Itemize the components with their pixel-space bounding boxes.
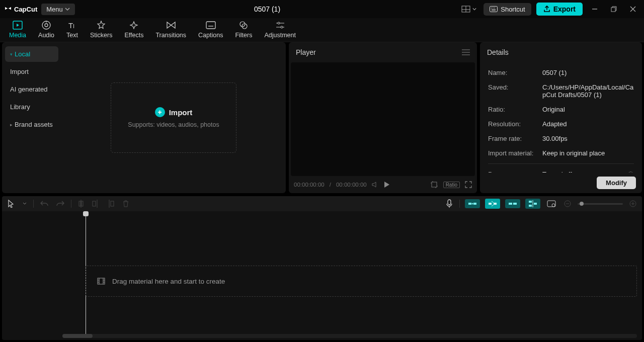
maximize-button[interactable] bbox=[607, 2, 621, 16]
svg-point-38 bbox=[472, 203, 473, 205]
svg-rect-42 bbox=[513, 203, 517, 205]
track-toggle-3[interactable] bbox=[505, 199, 520, 208]
sidebar-item-brand-assets[interactable]: ▸Brand assets bbox=[5, 117, 58, 132]
close-button[interactable] bbox=[626, 2, 640, 16]
close-icon bbox=[630, 6, 636, 12]
tab-text[interactable]: TI Text bbox=[60, 18, 84, 42]
svg-rect-43 bbox=[529, 201, 532, 203]
ratio-button[interactable]: Ratio bbox=[443, 182, 460, 188]
stickers-icon bbox=[96, 20, 106, 30]
svg-rect-7 bbox=[492, 10, 496, 11]
tab-media[interactable]: Media bbox=[3, 18, 32, 42]
timeline[interactable]: Drag material here and start to create bbox=[2, 211, 642, 340]
play-button[interactable] bbox=[384, 181, 390, 188]
sidebar-item-library[interactable]: Library bbox=[5, 99, 58, 115]
keyboard-icon bbox=[490, 6, 498, 12]
preview-toggle[interactable] bbox=[545, 199, 557, 209]
svg-rect-54 bbox=[98, 278, 105, 284]
scrollbar-thumb[interactable] bbox=[62, 334, 93, 338]
import-dropzone[interactable]: + Import Supports: videos, audios, photo… bbox=[111, 82, 236, 153]
track-toggle-4[interactable] bbox=[525, 199, 540, 209]
capcut-logo-icon bbox=[4, 5, 12, 13]
zoom-thumb[interactable] bbox=[580, 202, 584, 206]
tab-stickers[interactable]: Stickers bbox=[84, 18, 118, 42]
delete-right-button[interactable] bbox=[106, 198, 116, 209]
zoom-in-button[interactable] bbox=[628, 199, 638, 209]
timeline-drop-track[interactable]: Drag material here and start to create bbox=[86, 266, 637, 297]
sidebar-item-local[interactable]: ▾Local bbox=[5, 46, 58, 62]
layout-button[interactable] bbox=[459, 4, 478, 15]
media-sidebar: ▾Local Import AI generated Library ▸Bran… bbox=[2, 42, 61, 193]
details-panel: Details Name:0507 (1) Saved:C:/Users/HP/… bbox=[480, 42, 642, 193]
time-total: 00:00:00:00 bbox=[336, 182, 367, 188]
filters-icon bbox=[238, 20, 249, 30]
record-button[interactable] bbox=[444, 198, 454, 210]
svg-point-18 bbox=[240, 22, 245, 27]
app-name: CapCut bbox=[14, 6, 37, 13]
svg-point-12 bbox=[45, 24, 48, 27]
tab-transitions[interactable]: Transitions bbox=[149, 18, 192, 42]
chevron-down-icon bbox=[472, 7, 476, 11]
svg-point-23 bbox=[281, 26, 283, 28]
volume-button[interactable] bbox=[372, 182, 379, 188]
tab-effects[interactable]: Effects bbox=[118, 18, 149, 42]
player-viewport[interactable] bbox=[291, 62, 475, 176]
delete-left-button[interactable] bbox=[91, 198, 101, 209]
minimize-button[interactable] bbox=[588, 2, 602, 16]
svg-rect-31 bbox=[93, 201, 96, 206]
drop-hint-text: Drag material here and start to create bbox=[112, 278, 225, 285]
media-icon bbox=[13, 20, 23, 30]
timeline-scrollbar[interactable] bbox=[62, 334, 637, 338]
media-content: + Import Supports: videos, audios, photo… bbox=[61, 42, 286, 193]
crop-button[interactable] bbox=[430, 181, 438, 189]
export-button[interactable]: Export bbox=[536, 3, 583, 16]
maximize-icon bbox=[611, 6, 617, 12]
zoom-out-button[interactable] bbox=[562, 199, 573, 209]
player-menu-button[interactable] bbox=[462, 49, 470, 55]
svg-rect-37 bbox=[473, 203, 476, 205]
detail-row-ratio: Ratio:Original bbox=[488, 102, 634, 117]
timeline-toolbar bbox=[2, 196, 642, 211]
tab-audio[interactable]: Audio bbox=[32, 18, 60, 42]
detail-row-proxy: Proxy: Turned off ⓘ bbox=[488, 167, 634, 173]
svg-rect-41 bbox=[509, 203, 512, 205]
svg-rect-27 bbox=[432, 182, 437, 187]
fullscreen-button[interactable] bbox=[465, 181, 472, 188]
split-button[interactable] bbox=[76, 198, 86, 209]
minimize-icon bbox=[592, 6, 598, 12]
player-panel: Player 00:00:00:00 / 00:00:00:00 Ratio bbox=[289, 42, 477, 193]
svg-point-48 bbox=[552, 204, 555, 207]
track-toggle-1[interactable] bbox=[465, 199, 480, 208]
effects-icon bbox=[129, 20, 139, 30]
sidebar-item-import[interactable]: Import bbox=[5, 64, 58, 79]
svg-point-19 bbox=[242, 24, 247, 29]
undo-button[interactable] bbox=[39, 199, 50, 209]
redo-button[interactable] bbox=[55, 199, 66, 209]
audio-icon bbox=[41, 20, 51, 30]
svg-rect-36 bbox=[468, 203, 471, 205]
player-controls: 00:00:00:00 / 00:00:00:00 Ratio bbox=[289, 176, 477, 193]
svg-rect-34 bbox=[111, 201, 114, 206]
project-title: 0507 (1) bbox=[79, 5, 455, 13]
svg-point-5 bbox=[493, 8, 494, 9]
delete-button[interactable] bbox=[121, 198, 131, 209]
sidebar-item-ai-generated[interactable]: AI generated bbox=[5, 81, 58, 97]
svg-rect-46 bbox=[534, 203, 537, 205]
tab-filters[interactable]: Filters bbox=[229, 18, 258, 42]
detail-row-saved: Saved:C:/Users/HP/AppData/Local/CapCut D… bbox=[488, 80, 634, 102]
svg-point-6 bbox=[494, 8, 495, 9]
menu-button[interactable]: Menu bbox=[41, 4, 75, 15]
zoom-slider[interactable] bbox=[578, 203, 623, 205]
captions-icon bbox=[206, 20, 216, 30]
adjustment-icon bbox=[275, 20, 285, 30]
text-icon: TI bbox=[67, 20, 77, 30]
tab-captions[interactable]: Captions bbox=[192, 18, 229, 42]
pointer-dropdown[interactable] bbox=[21, 200, 28, 207]
modify-button[interactable]: Modify bbox=[597, 177, 636, 189]
timeline-ruler[interactable] bbox=[86, 214, 642, 220]
tab-adjustment[interactable]: Adjustment bbox=[258, 18, 302, 42]
player-header: Player bbox=[296, 48, 316, 56]
pointer-tool[interactable] bbox=[6, 198, 16, 209]
shortcut-button[interactable]: Shortcut bbox=[484, 3, 531, 16]
track-toggle-2[interactable] bbox=[485, 199, 500, 209]
